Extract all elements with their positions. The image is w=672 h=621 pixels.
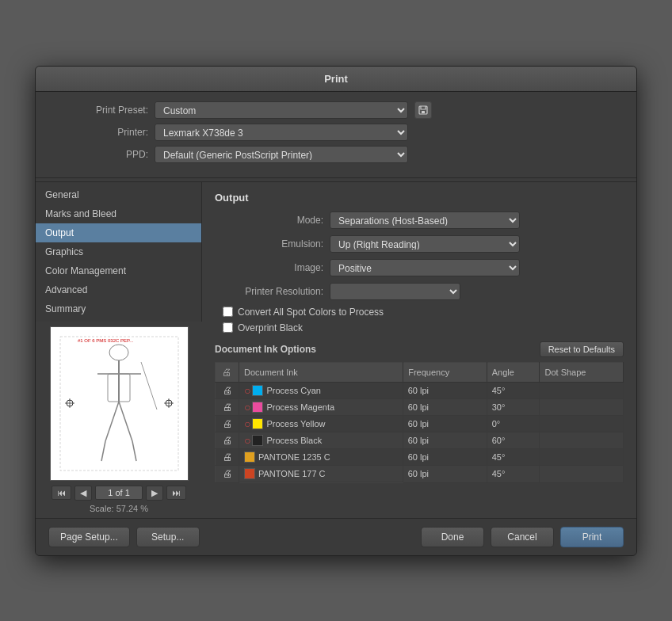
page-setup-button[interactable]: Page Setup... (48, 527, 130, 547)
frequency-cell[interactable]: 60 lpi (403, 432, 487, 449)
reset-defaults-button[interactable]: Reset to Defaults (540, 341, 624, 357)
emulsion-label: Emulsion: (215, 238, 330, 250)
ink-name-text: PANTONE 177 C (258, 469, 326, 478)
mode-row: Mode: Separations (Host-Based) Composite… (215, 211, 624, 229)
row-print-icon[interactable]: 🖨 (223, 435, 232, 446)
table-row[interactable]: 🖨PANTONE 177 C60 lpi45° (216, 466, 624, 483)
doc-ink-header: Document Ink Options Reset to Defaults (215, 341, 624, 357)
svg-text:#1 OF 6 PMS 032C PEP...: #1 OF 6 PMS 032C PEP... (78, 338, 134, 343)
color-swatch (252, 385, 263, 396)
setup-button[interactable]: Setup... (136, 527, 200, 547)
dot-shape-cell[interactable] (540, 449, 624, 466)
frequency-cell[interactable]: 60 lpi (403, 416, 487, 432)
table-row[interactable]: 🖨○Process Cyan60 lpi45° (216, 382, 624, 399)
dot-shape-cell[interactable] (540, 432, 624, 449)
image-row: Image: Positive Negative (215, 259, 624, 276)
emulsion-row: Emulsion: Up (Right Reading) Down (Wrong… (215, 235, 624, 253)
ppd-label: PPD: (52, 149, 155, 160)
sidebar-item-summary[interactable]: Summary (36, 299, 201, 318)
done-button[interactable]: Done (421, 527, 484, 547)
save-preset-icon[interactable] (414, 101, 432, 119)
angle-cell[interactable]: 60° (487, 432, 540, 449)
angle-cell[interactable]: 45° (487, 449, 540, 466)
print-cell: 🖨 (216, 432, 239, 449)
resolution-select[interactable]: 600 dpi 1200 dpi (330, 283, 460, 300)
table-row[interactable]: 🖨PANTONE 1235 C60 lpi45° (216, 449, 624, 466)
mode-select[interactable]: Separations (Host-Based) Composite RGB C… (330, 211, 520, 229)
row-print-icon[interactable]: 🖨 (223, 418, 232, 429)
bottom-left-buttons: Page Setup... Setup... (48, 527, 200, 547)
mode-label: Mode: (215, 215, 330, 226)
ink-name-cell: ○Process Cyan (239, 383, 403, 399)
ink-name-cell: ○Process Black (239, 432, 403, 449)
row-print-icon[interactable]: 🖨 (223, 451, 232, 463)
col-dot-shape: Dot Shape (540, 362, 624, 382)
ink-name-text: PANTONE 1235 C (258, 452, 330, 462)
printer-select[interactable]: Lexmark X738de 3 (155, 124, 408, 141)
print-cell: 🖨 (216, 466, 239, 483)
first-page-btn[interactable]: ⏮ (52, 486, 71, 500)
sidebar-item-marks-bleed[interactable]: Marks and Bleed (36, 204, 201, 223)
frequency-cell[interactable]: 60 lpi (403, 399, 487, 416)
page-nav: ⏮ ◀ ▶ ⏭ (52, 486, 186, 501)
resolution-label: Printer Resolution: (215, 286, 330, 297)
angle-cell[interactable]: 0° (487, 416, 540, 432)
sidebar-item-output[interactable]: Output (36, 223, 201, 242)
ink-name-cell: ○Process Magenta (239, 399, 403, 416)
overprint-row: Overprint Black (215, 322, 624, 333)
top-fields: Print Preset: Custom Printer: Lexmark (36, 92, 636, 174)
printer-field: Lexmark X738de 3 (155, 124, 620, 141)
bottom-right-buttons: Done Cancel Print (421, 527, 624, 547)
color-swatch (244, 468, 255, 479)
main-content: General Marks and Bleed Output Graphics … (36, 181, 636, 518)
table-row[interactable]: 🖨○Process Yellow60 lpi0° (216, 416, 624, 432)
table-row[interactable]: 🖨○Process Magenta60 lpi30° (216, 399, 624, 416)
convert-spot-checkbox[interactable] (223, 307, 233, 317)
row-print-icon[interactable]: 🖨 (223, 468, 232, 479)
print-button[interactable]: Print (560, 527, 624, 547)
frequency-cell[interactable]: 60 lpi (403, 466, 487, 483)
sidebar-item-color-management[interactable]: Color Management (36, 261, 201, 280)
sidebar-item-general[interactable]: General (36, 185, 201, 204)
ink-name-text: Process Cyan (266, 386, 320, 395)
prev-page-btn[interactable]: ◀ (74, 486, 92, 501)
ink-table-scroll[interactable]: 🖨 Document Ink Frequency Angle Dot Shape… (215, 362, 624, 483)
overprint-label: Overprint Black (238, 322, 303, 333)
dot-shape-cell[interactable] (540, 382, 624, 399)
ppd-select[interactable]: Default (Generic PostScript Printer) (155, 146, 408, 163)
row-print-icon[interactable]: 🖨 (223, 402, 232, 413)
dialog-title: Print (36, 67, 636, 92)
dot-shape-cell[interactable] (540, 466, 624, 483)
ink-name-cell: PANTONE 1235 C (239, 449, 403, 466)
print-cell: 🖨 (216, 449, 239, 466)
preview-box: #1 OF 6 PMS 032C PEP... (50, 326, 189, 481)
angle-cell[interactable]: 45° (487, 466, 540, 483)
print-cell: 🖨 (216, 382, 239, 399)
print-dialog: Print Print Preset: Custom Printer: (35, 66, 637, 556)
sidebar-item-graphics[interactable]: Graphics (36, 242, 201, 261)
dot-shape-cell[interactable] (540, 399, 624, 416)
convert-spot-row: Convert All Spot Colors to Process (215, 307, 624, 318)
dot-shape-cell[interactable] (540, 416, 624, 432)
overprint-checkbox[interactable] (223, 322, 233, 333)
preview-section: #1 OF 6 PMS 032C PEP... ⏮ ◀ ▶ (36, 322, 202, 518)
frequency-cell[interactable]: 60 lpi (403, 382, 487, 399)
table-row[interactable]: 🖨○Process Black60 lpi60° (216, 432, 624, 449)
frequency-cell[interactable]: 60 lpi (403, 449, 487, 466)
preset-select[interactable]: Custom (155, 101, 408, 119)
last-page-btn[interactable]: ⏭ (166, 486, 186, 500)
resolution-row: Printer Resolution: 600 dpi 1200 dpi (215, 283, 624, 300)
cancel-button[interactable]: Cancel (491, 527, 554, 547)
angle-cell[interactable]: 45° (487, 382, 540, 399)
next-page-btn[interactable]: ▶ (146, 486, 163, 501)
angle-cell[interactable]: 30° (487, 399, 540, 416)
scale-text: Scale: 57.24 % (90, 504, 148, 513)
page-input[interactable] (95, 486, 143, 500)
col-print-icon: 🖨 (216, 362, 239, 382)
ink-name-text: Process Black (266, 436, 322, 445)
sidebar-item-advanced[interactable]: Advanced (36, 280, 201, 299)
image-select[interactable]: Positive Negative (330, 259, 520, 276)
emulsion-select[interactable]: Up (Right Reading) Down (Wrong Reading) (330, 235, 520, 253)
color-swatch (252, 435, 263, 446)
row-print-icon[interactable]: 🖨 (223, 385, 232, 396)
